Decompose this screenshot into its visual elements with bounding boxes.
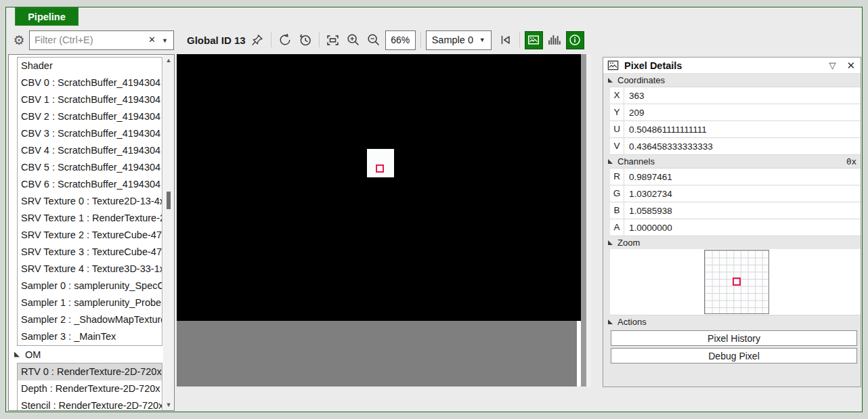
channel-value[interactable]: 1.0585938: [624, 206, 672, 216]
expanded-triangle-icon: [14, 352, 20, 357]
coordinate-value[interactable]: 0.504861111111111: [624, 125, 707, 135]
pixel-history-button[interactable]: Pixel History: [611, 330, 857, 346]
tree-item[interactable]: SRV Texture 2 : TextureCube-47: [18, 227, 162, 244]
tree-item[interactable]: CBV 4 : ScratchBuffer_4194304 :: [18, 142, 162, 159]
tree-item[interactable]: CBV 2 : ScratchBuffer_4194304 :: [18, 108, 162, 125]
om-label: OM: [25, 349, 41, 360]
tree-item[interactable]: CBV 3 : ScratchBuffer_4194304 :: [18, 125, 162, 142]
viewport-background[interactable]: [177, 321, 577, 387]
pin-icon[interactable]: [248, 31, 266, 49]
tree-item[interactable]: Sampler 1 : samplerunity_Probe: [18, 294, 162, 311]
tree-item[interactable]: CBV 1 : ScratchBuffer_4194304 :: [18, 91, 162, 108]
chevron-down-icon: ▼: [479, 37, 485, 43]
coordinate-value[interactable]: 363: [624, 91, 645, 101]
zoom-in-icon[interactable]: [345, 31, 362, 49]
history-clock-icon[interactable]: [297, 31, 314, 49]
tree-item[interactable]: Stencil : RenderTexture-2D-720x: [18, 397, 162, 411]
channel-row: B 1.0585938: [610, 202, 861, 219]
viewport-scrollbar[interactable]: [581, 54, 591, 387]
tab-pipeline[interactable]: Pipeline: [15, 7, 79, 26]
toolbar-separator: [420, 32, 421, 47]
texture-viewport[interactable]: [177, 54, 581, 387]
coordinate-key: X: [610, 87, 624, 104]
render-target-image[interactable]: [177, 54, 581, 321]
tree-item[interactable]: CBV 6 : ScratchBuffer_4194304 :: [18, 176, 162, 193]
global-id-label: Global ID 13: [187, 35, 246, 46]
section-channels[interactable]: Channels 0x: [603, 155, 861, 168]
tree-item[interactable]: SRV Texture 1 : RenderTexture-2: [18, 210, 162, 227]
channel-key: G: [610, 185, 624, 202]
panel-title: Pixel Details: [624, 60, 682, 71]
tree-item[interactable]: Shader: [18, 58, 162, 74]
panel-close-icon[interactable]: ✕: [846, 60, 855, 72]
channel-row: A 1.0000000: [610, 219, 861, 236]
toolbar-separator: [519, 32, 520, 47]
hex-toggle[interactable]: 0x: [846, 156, 856, 167]
tree-item[interactable]: Sampler 2 : _ShadowMapTexture: [18, 311, 162, 328]
expanded-triangle-icon: [608, 78, 613, 83]
zoom-pixel-grid: [704, 250, 769, 314]
section-label: Zoom: [617, 238, 640, 248]
tree-item[interactable]: SRV Texture 3 : TextureCube-47: [18, 244, 162, 261]
channel-value[interactable]: 1.0000000: [624, 223, 672, 233]
pixel-details-panel: Pixel Details ▽ ✕ Coordinates X 363 Y 20…: [603, 57, 861, 387]
tree-item[interactable]: CBV 0 : ScratchBuffer_4194304 :: [18, 74, 162, 91]
coordinate-row: X 363: [610, 87, 861, 104]
tree-item[interactable]: Depth : RenderTexture-2D-720x: [18, 380, 162, 397]
pixel-details-header: Pixel Details ▽ ✕: [603, 58, 861, 74]
info-icon: [568, 33, 582, 47]
channel-row: R 0.9897461: [610, 169, 861, 185]
panel-menu-icon[interactable]: ▽: [829, 60, 836, 70]
zoom-out-icon[interactable]: [365, 31, 383, 49]
tree-item[interactable]: Sampler 0 : samplerunity_SpecC: [18, 278, 162, 294]
zoom-selected-pixel-marker: [733, 278, 741, 286]
filter-box: ✕ ▼: [29, 30, 174, 50]
fit-to-window-icon[interactable]: [324, 31, 342, 49]
tree-item[interactable]: SRV Texture 4 : Texture3D-33-1x: [18, 261, 162, 278]
sample-select-value: Sample 0: [432, 35, 473, 45]
section-label: Coordinates: [617, 75, 665, 85]
zoom-level-box[interactable]: 66%: [385, 30, 416, 50]
viewport-scrollbar-thumb[interactable]: [581, 54, 586, 387]
channel-key: A: [610, 219, 624, 236]
tree-item[interactable]: SRV Texture 0 : Texture2D-13-4x: [18, 193, 162, 210]
skip-to-start-icon[interactable]: [497, 31, 515, 49]
scroll-down-icon[interactable]: ▼: [163, 401, 174, 408]
histogram-icon[interactable]: [546, 31, 563, 49]
channel-row: G 1.0302734: [610, 185, 861, 202]
toolbar-separator: [271, 32, 272, 47]
tree-item[interactable]: CBV 5 : ScratchBuffer_4194304 :: [18, 159, 162, 176]
tree-item-selected[interactable]: RTV 0 : RenderTexture-2D-720x: [18, 363, 162, 380]
tree-item[interactable]: Sampler 3 : _MainTex: [18, 328, 162, 345]
image-view-button[interactable]: [525, 31, 543, 49]
debug-pixel-button[interactable]: Debug Pixel: [611, 348, 857, 363]
coordinate-row: U 0.504861111111111: [610, 121, 861, 138]
coordinate-row: Y 209: [610, 104, 861, 121]
selected-pixel-marker: [376, 164, 384, 173]
section-coordinates[interactable]: Coordinates: [603, 74, 861, 87]
rendered-white-quad[interactable]: [367, 149, 394, 177]
section-actions[interactable]: Actions: [603, 315, 861, 328]
resource-tree-panel: Shader CBV 0 : ScratchBuffer_4194304 : C…: [8, 54, 175, 411]
settings-gear-icon[interactable]: ⚙: [10, 32, 28, 48]
coordinate-value[interactable]: 0.436458333333333: [624, 141, 713, 152]
coordinate-key: U: [610, 121, 624, 137]
coordinate-value[interactable]: 209: [624, 108, 645, 118]
section-label: Channels: [617, 156, 655, 167]
pixel-details-image-icon: [607, 60, 619, 70]
pipeline-window: Pipeline ⚙ ✕ ▼ Global ID 13 66%: [5, 7, 863, 412]
tree-scrollbar[interactable]: ▲ ▼: [163, 55, 174, 410]
section-zoom[interactable]: Zoom: [603, 236, 861, 249]
scroll-up-icon[interactable]: ▲: [163, 57, 174, 64]
channel-value[interactable]: 1.0302734: [624, 189, 672, 199]
filter-clear-icon[interactable]: ✕: [148, 35, 156, 45]
coordinate-row: V 0.436458333333333: [610, 138, 861, 155]
refresh-icon[interactable]: [276, 31, 294, 49]
filter-caret-icon[interactable]: ▼: [162, 37, 168, 44]
tree-node-om[interactable]: OM: [11, 346, 162, 363]
sample-select[interactable]: Sample 0 ▼: [426, 30, 492, 50]
scrollbar-thumb[interactable]: [167, 192, 171, 209]
toolbar: ⚙ ✕ ▼ Global ID 13 66% Sa: [6, 26, 862, 53]
channel-value[interactable]: 0.9897461: [624, 172, 672, 182]
info-button[interactable]: [566, 31, 584, 49]
